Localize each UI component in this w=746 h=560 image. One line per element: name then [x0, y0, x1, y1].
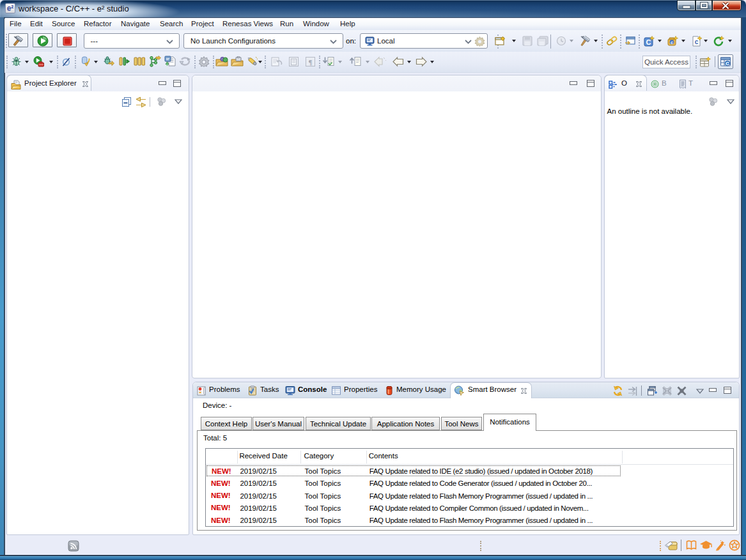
- svg-text:C: C: [726, 61, 729, 66]
- svg-text:¶: ¶: [309, 58, 313, 66]
